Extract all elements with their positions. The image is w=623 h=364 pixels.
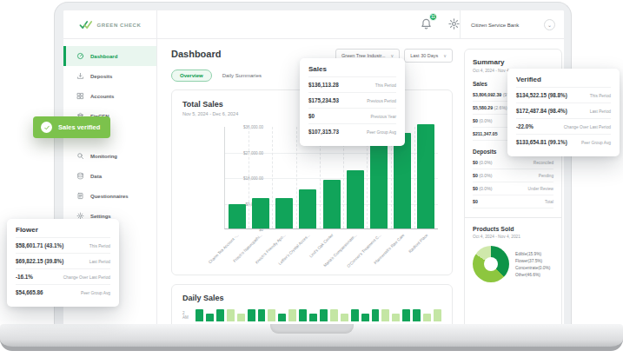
gauge-icon [76, 52, 84, 60]
popup-value: $172,487.84 (98.4%) [516, 108, 567, 114]
chevron-down-icon[interactable]: ⌄ [544, 19, 555, 30]
popup-row: $0Previous Year [308, 108, 396, 123]
legend-entry: Concentrate(0.0%) [515, 266, 550, 270]
sidebar-item-dashboard[interactable]: Dashboard [63, 46, 156, 66]
popup-value: -22.0% [516, 123, 534, 129]
sidebar-item-questionnaires[interactable]: Questionnaires [63, 186, 156, 206]
sidebar-item-label: Monitoring [90, 154, 117, 159]
summary-title: Summary [473, 58, 553, 66]
popup-label: This Period [590, 94, 611, 98]
popup-label: Last Period [590, 109, 611, 114]
bar-lind-s-oak-center [323, 180, 341, 228]
daily-sales-bar [248, 309, 255, 321]
daily-sales-bar [434, 309, 441, 321]
daily-sales-time-tick: 2 AM [182, 311, 190, 320]
popup-row: $134,522.15 (98.8%)This Period [516, 87, 611, 103]
gridline [249, 127, 249, 228]
popup-value: $69,822.15 (39.8%) [16, 258, 63, 264]
date-filter-select[interactable]: Last 30 Days∨ [404, 49, 453, 63]
summary-row: $0 (0.0%)Under Review [473, 182, 553, 195]
popup-value: $58,601.71 (43.1%) [16, 242, 63, 248]
popup-row: $107,315.73Peer Group Avg [308, 123, 396, 139]
bar-maria-s-compassionate- [347, 170, 364, 228]
laptop-notch [270, 324, 354, 334]
summary-row: $0 (0.0%)Reconciled [473, 156, 553, 169]
database-icon [76, 172, 84, 180]
popup-label: Change Over Last Period [63, 275, 110, 280]
bar-charm-tea-account- [229, 204, 246, 228]
bar-pfannerstill-s-raw-care [394, 133, 411, 228]
popup-label: Previous Period [367, 99, 396, 103]
org-switcher[interactable]: Citizen Service Bank ⌄ [460, 10, 564, 39]
summary-value: $0 (0.0%) [473, 186, 493, 191]
sidebar-item-label: Questionnaires [90, 194, 129, 199]
summary-label: Reconciled [534, 161, 553, 165]
grid-icon [76, 92, 84, 100]
y-axis-tick: $27,000.00 [243, 150, 263, 155]
popup-row: $172,487.84 (98.4%)Last Period [516, 103, 611, 118]
app-logo: GREEN CHECK [63, 10, 157, 39]
tab-daily-summaries[interactable]: Daily Summaries [222, 73, 262, 78]
popup-value: -16.1% [16, 274, 33, 280]
products-sold-chart: Edible(15.9%)Flower(37.5%)Concentrate(0.… [473, 246, 553, 282]
daily-sales-bar [351, 309, 359, 321]
search-icon [76, 152, 84, 160]
page: GREEN CHECK 11 Citizen Service Bank ⌄ Da… [0, 0, 623, 364]
popup-value: $136,113.28 [308, 82, 339, 88]
daily-sales-bar [237, 314, 245, 321]
legend-entry: Other(46.6%) [515, 273, 550, 277]
daily-sales-bar [320, 309, 328, 321]
popup-label: Peer Group Avg [81, 291, 110, 295]
sidebar-item-label: Settings [90, 214, 111, 219]
summary-row: $0 (0.0%)Pending [473, 169, 553, 182]
bar-o-conner-s-treatment-c- [370, 145, 388, 228]
popup-title: Flower [16, 226, 110, 237]
daily-sales-bar [341, 314, 348, 321]
sidebar-item-monitoring[interactable]: Monitoring [63, 146, 156, 166]
popup-row: $133,654.81 (99.1%)Peer Group Avg [516, 134, 611, 149]
popup-row: $175,234.53Previous Period [308, 92, 396, 108]
laptop-base [0, 324, 623, 351]
popup-label: Last Period [89, 260, 110, 264]
summary-label: Pending [539, 174, 553, 178]
laptop-frame: GREEN CHECK 11 Citizen Service Bank ⌄ Da… [54, 2, 572, 332]
popup-title: Verified [516, 76, 611, 87]
popup-row: $69,822.15 (39.8%)Last Period [16, 253, 110, 268]
tab-overview[interactable]: Overview [171, 69, 212, 82]
gridline [414, 127, 415, 228]
popup-row: $54,665.86Peer Group Avg [16, 284, 110, 300]
sidebar-item-data[interactable]: Data [63, 166, 156, 186]
date-filter-value: Last 30 Days [410, 53, 438, 58]
summary-value: $0 (0.0%) [473, 118, 493, 123]
daily-sales-bar [216, 309, 224, 321]
summary-row: $0Total [473, 195, 553, 208]
products-sold-title: Products Sold [473, 226, 553, 232]
popup-row: -22.0%Change Over Last Period [516, 118, 611, 134]
sidebar-item-accounts[interactable]: Accounts [63, 86, 156, 106]
logo-text: GREEN CHECK [97, 23, 142, 28]
donut-legend: Edible(15.9%)Flower(37.5%)Concentrate(0.… [515, 249, 550, 280]
notifications-button[interactable]: 11 [420, 17, 434, 31]
popup-row: -16.1%Change Over Last Period [16, 268, 110, 284]
daily-sales-bar [288, 309, 296, 321]
popup-row: $136,113.28This Period [308, 76, 396, 92]
daily-sales-bar [227, 309, 235, 321]
x-axis-label: Lind's Oak Center [308, 233, 334, 258]
daily-sales-bar [361, 314, 369, 321]
deposit-icon [76, 72, 84, 80]
popup-title: Sales [308, 65, 396, 76]
summary-label: Under Review [528, 187, 553, 191]
sidebar-item-deposits[interactable]: Deposits [63, 66, 156, 86]
popup-value: $175,234.53 [308, 97, 339, 103]
daily-sales-bar [330, 309, 338, 321]
bar-radford-place [417, 124, 434, 228]
summary-value: $0 [473, 199, 478, 204]
popup-label: Peer Group Avg [581, 141, 611, 145]
daily-sales-bar [413, 309, 421, 321]
popup-label: Change Over Last Period [564, 125, 611, 129]
x-axis-label: Radford Place [408, 233, 429, 254]
gridline [272, 127, 273, 228]
summary-value: $5,580.29 (2.6%) [473, 105, 507, 110]
daily-sales-chart: 2 AM [182, 308, 441, 321]
summary-value: $0 (0.0%) [473, 173, 493, 178]
